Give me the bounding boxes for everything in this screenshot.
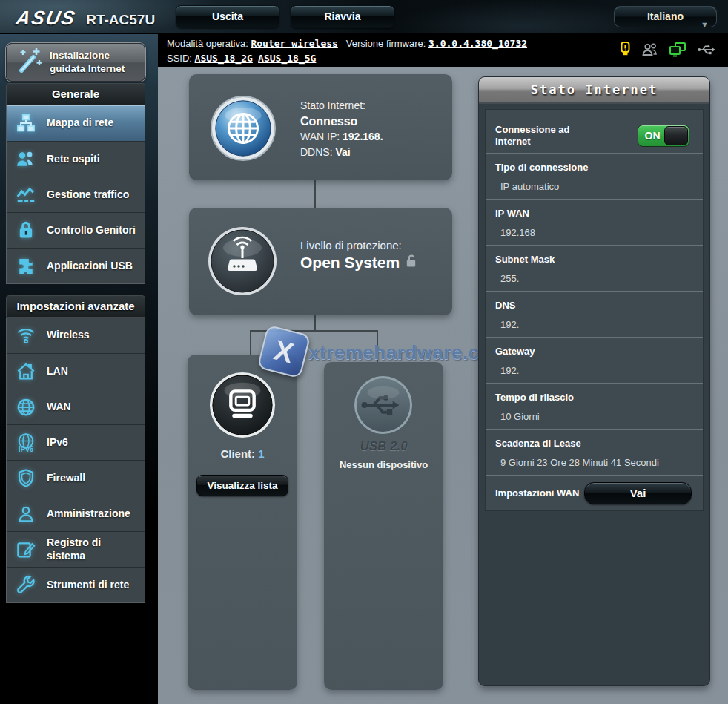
operation-mode-label: Modalità operativa: [167,38,248,49]
sidebar-item-wireless[interactable]: Wireless [7,318,145,353]
sidebar-item-label: Firewall [47,472,90,485]
clients-card[interactable]: Client: 1 Visualizza lista [188,355,297,690]
sidebar: Installazione guidata Internet Generale … [0,34,158,704]
wrench-icon [15,574,37,596]
internet-connection-row: Connessione ad Internet ON [486,110,703,153]
connection-type-row: Tipo di connessione IP automatico [486,153,703,199]
lock-icon [15,220,37,242]
panel-title: Stato Internet [479,77,709,104]
wan-ip-value: 192.168. [343,131,383,142]
internet-connection-label: Connessione ad Internet [495,124,592,148]
usb-version-label: USB 2.0 [324,439,443,454]
info-bar: Modalità operativa: Router wireless Vers… [158,34,728,67]
gateway-row: Gateway 192. [486,337,703,383]
sidebar-item-lan[interactable]: LAN [7,353,145,389]
sidebar-item-label: Mappa di rete [47,116,118,130]
chevron-down-icon: ▼ [701,15,709,35]
internet-status-label: Stato Internet: [300,98,383,114]
open-lock-icon [405,254,417,272]
operation-mode-link[interactable]: Router wireless [251,38,337,49]
puzzle-piece-icon [15,255,37,277]
wan-settings-row: Impostazioni WAN Vai [486,475,703,510]
internet-globe-icon [210,95,277,165]
wan-ip-line: WAN IP: 192.168. [300,129,383,145]
quick-setup-button[interactable]: Installazione guidata Internet [6,43,145,82]
sidebar-item-parental-controls[interactable]: Controllo Genitori [7,212,145,248]
nav-generale: Mappa di rete Rete ospiti Gestione traff… [6,105,145,284]
sidebar-item-label: Applicazioni USB [47,260,137,273]
log-pencil-icon [15,539,37,561]
internet-status-value: Connesso [300,114,383,129]
security-level-card[interactable]: Livello di protezione: Open System [189,208,452,315]
toggle-state-label: ON [638,125,666,146]
usb-circle-icon [354,375,413,438]
firmware-label: Versione firmware: [346,38,426,49]
sidebar-item-label: Strumenti di rete [47,579,133,592]
magic-wand-icon [14,45,44,79]
sidebar-item-label: Wireless [47,329,93,342]
language-label: Italiano [647,10,684,22]
wan-settings-label: Impostazioni WAN [495,487,579,499]
sidebar-item-system-log[interactable]: Registro di sistema [7,531,145,567]
sidebar-item-label: LAN [47,365,73,378]
section-header-avanzate: Impostazioni avanzate [6,295,145,318]
internet-connection-toggle[interactable]: ON [638,125,689,147]
ssid-2g-link[interactable]: ASUS_18_2G [195,53,253,64]
sidebar-item-ipv6[interactable]: IPv6 IPv6 [7,424,145,460]
sidebar-item-administration[interactable]: Amministrazione [7,496,145,531]
internet-status-text: Stato Internet: Connesso WAN IP: 192.168… [300,98,383,160]
view-client-list-button[interactable]: Visualizza lista [196,475,288,496]
client-count-line: Client: 1 [188,447,297,460]
security-text: Livello di protezione: Open System [300,237,417,272]
router-admin-page: ASUS RT-AC57U Uscita Riavvia Italiano ▼ … [0,0,728,704]
brand: ASUS RT-AC57U [16,7,155,30]
connector-line [314,315,316,332]
usb-status-icon[interactable] [697,42,716,60]
internet-status-panel: Stato Internet Connessione ad Internet O… [478,76,710,686]
model-name: RT-AC57U [86,12,155,28]
section-header-generale: Generale [6,83,145,105]
header-bar: ASUS RT-AC57U Uscita Riavvia Italiano ▼ [0,0,728,33]
lease-expiry-row: Scadenza di Lease 9 Giorni 23 Ore 28 Min… [486,429,703,475]
security-value-line: Open System [300,254,417,272]
wan-ip-row: IP WAN 192.168 [486,199,703,245]
asus-logo: ASUS [14,7,79,30]
internet-status-card[interactable]: Stato Internet: Connesso WAN IP: 192.168… [189,74,452,180]
operation-mode-line: Modalità operativa: Router wireless Vers… [167,38,527,49]
network-map-area: Stato Internet: Connesso WAN IP: 192.168… [158,67,728,704]
firmware-version-link[interactable]: 3.0.0.4.380_10732 [428,38,527,49]
sidebar-item-label: Amministrazione [47,507,135,521]
ssid-5g-link[interactable]: ASUS_18_5G [258,53,316,64]
client-list-icon[interactable] [669,42,687,61]
ddns-go-link[interactable]: Vai [335,146,350,158]
usb-card[interactable]: USB 2.0 Nessun dispositivo [324,362,443,690]
sidebar-item-network-map[interactable]: Mappa di rete [7,105,145,141]
wifi-icon [15,324,37,346]
gateway-value: 192. [500,365,693,376]
subnet-mask-value: 255. [500,273,693,284]
sidebar-item-network-tools[interactable]: Strumenti di rete [7,567,145,602]
sidebar-item-traffic-manager[interactable]: Gestione traffico [7,177,145,212]
client-label: Client: [220,447,255,460]
firmware-alert-icon[interactable] [619,41,632,62]
logout-button[interactable]: Uscita [176,5,279,28]
dns-row: DNS 192. [486,291,703,337]
sidebar-item-usb-application[interactable]: Applicazioni USB [7,248,145,283]
reboot-button[interactable]: Riavvia [291,5,394,28]
wan-settings-go-button[interactable]: Vai [584,482,692,504]
guest-network-icon[interactable] [641,42,659,61]
sidebar-item-label: Rete ospiti [47,153,105,166]
security-value: Open System [300,254,400,272]
status-icons [619,41,716,62]
sidebar-item-guest-network[interactable]: Rete ospiti [7,141,145,177]
house-icon [15,361,37,383]
language-selector[interactable]: Italiano ▼ [614,6,717,27]
sidebar-item-wan[interactable]: WAN [7,389,145,424]
traffic-manager-icon [15,184,37,206]
connection-type-value: IP automatico [500,181,693,192]
guest-network-icon [15,148,37,171]
sidebar-item-label: Controllo Genitori [47,224,140,237]
toggle-knob [664,126,688,145]
release-time-value: 10 Giorni [500,411,693,422]
sidebar-item-firewall[interactable]: Firewall [7,460,145,496]
